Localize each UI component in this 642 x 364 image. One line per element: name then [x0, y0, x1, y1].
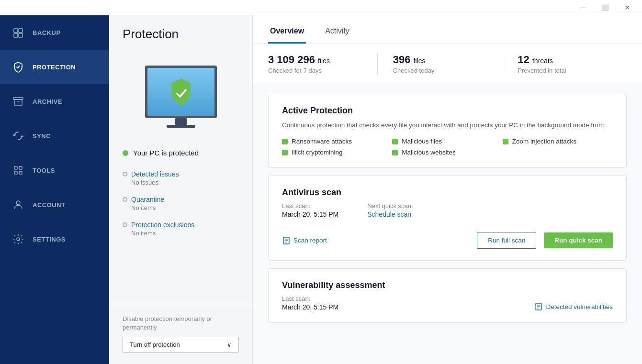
monitor-svg — [138, 61, 224, 137]
content-area: Protection — [109, 15, 642, 364]
svg-rect-9 — [19, 171, 22, 174]
vuln-last-scan-value: March 20, 5:15 PM — [282, 303, 338, 311]
svg-rect-6 — [14, 166, 17, 169]
feature-malicious-files: Malicious files — [392, 138, 502, 145]
sidebar-item-settings[interactable]: Settings — [0, 222, 109, 256]
tabs-bar: Overview Activity — [253, 15, 642, 44]
protection-features: Ransomware attacks Malicious files Zoom … — [282, 138, 613, 156]
stat-today-number: 396 files — [393, 54, 487, 66]
close-button[interactable]: ✕ — [616, 0, 638, 15]
stats-row: 3 109 296 files Checked for 7 days 396 f… — [253, 44, 642, 84]
stat-7days-number: 3 109 296 files — [268, 54, 362, 66]
sidebar-item-sync-label: Sync — [33, 132, 98, 140]
feature-dot-ransomware — [282, 139, 288, 144]
next-scan-label: Next quick scan: — [367, 202, 413, 210]
svg-rect-5 — [14, 99, 22, 105]
schedule-scan-link[interactable]: Schedule scan — [367, 210, 413, 218]
stat-today: 396 files Checked today — [377, 54, 502, 74]
maximize-button[interactable]: ⬜ — [594, 0, 616, 15]
feature-label-cryptomining: Illicit cryptomining — [292, 149, 343, 156]
minimize-button[interactable]: — — [572, 0, 594, 15]
app-body: Backup Protection Archive — [0, 15, 642, 364]
svg-rect-7 — [19, 166, 22, 169]
quarantine-link[interactable]: Quarantine — [131, 196, 164, 203]
protection-exclusions-link[interactable]: Protection exclusions — [131, 221, 194, 229]
sidebar-item-settings-label: Settings — [33, 236, 98, 243]
sync-icon — [11, 129, 25, 143]
tab-overview[interactable]: Overview — [268, 27, 306, 44]
detected-issues-link[interactable]: Detected issues — [131, 170, 179, 178]
issue-quarantine: Quarantine No items — [123, 196, 239, 211]
issue-exclusions: Protection exclusions No items — [123, 221, 239, 237]
vuln-row: Last scan: March 20, 5:15 PM Detected vu… — [282, 295, 613, 311]
svg-rect-3 — [19, 33, 23, 37]
stat-threats: 12 threats Prevented in total — [502, 54, 627, 74]
detected-issues-sub: No issues — [123, 179, 239, 186]
svg-rect-16 — [167, 125, 195, 128]
svg-point-11 — [17, 238, 20, 241]
protection-icon — [11, 60, 25, 74]
sidebar-item-protection-label: Protection — [33, 64, 98, 71]
turnoff-chevron: ∨ — [227, 341, 232, 348]
feature-dot-malicious-files — [392, 139, 398, 144]
scan-info-row: Last scan: March 20, 5:15 PM Next quick … — [282, 202, 613, 218]
status-text: Your PC is protected — [133, 149, 199, 157]
turnoff-protection-button[interactable]: Turn off protection ∨ — [123, 337, 239, 353]
active-protection-title: Active Protection — [282, 106, 613, 116]
antivirus-scan-card: Antivirus scan Last scan: March 20, 5:15… — [268, 176, 627, 261]
last-scan-label: Last scan: — [282, 202, 338, 210]
svg-rect-8 — [14, 171, 17, 174]
issue-dot-quarantine — [123, 197, 127, 202]
stat-7days: 3 109 296 files Checked for 7 days — [268, 54, 377, 74]
next-scan-block: Next quick scan: Schedule scan — [367, 202, 413, 218]
protection-panel-title: Protection — [109, 15, 252, 51]
pc-illustration — [109, 51, 252, 149]
feature-dot-zoom — [503, 139, 508, 144]
sidebar-item-backup-label: Backup — [33, 29, 98, 36]
sidebar-item-archive-label: Archive — [33, 98, 98, 105]
detected-vulnerabilities-link[interactable]: Detected vulnerabilities — [534, 302, 613, 311]
tools-icon — [11, 164, 25, 177]
stat-threats-label: Prevented in total — [518, 67, 611, 74]
sidebar-item-archive[interactable]: Archive — [0, 84, 109, 119]
last-scan-value: March 20, 5:15 PM — [282, 210, 338, 218]
vulnerability-card: Vulnerability assessment Last scan: Marc… — [268, 268, 627, 323]
vulnerabilities-icon — [534, 302, 543, 311]
sidebar-item-backup[interactable]: Backup — [0, 15, 109, 50]
run-full-scan-button[interactable]: Run full scan — [477, 232, 536, 249]
svg-rect-0 — [14, 29, 18, 33]
backup-icon — [11, 26, 25, 39]
status-line: Your PC is protected — [109, 149, 252, 170]
cards-area: Active Protection Continuous protection … — [253, 84, 642, 364]
sidebar-item-protection[interactable]: Protection — [0, 50, 109, 84]
svg-rect-2 — [14, 33, 18, 37]
titlebar: — ⬜ ✕ — [0, 0, 642, 15]
feature-dot-malicious-websites — [392, 150, 398, 155]
turnoff-label: Turn off protection — [130, 341, 180, 348]
disable-text: Disable protection temporarily or perman… — [123, 315, 239, 332]
account-icon — [11, 198, 25, 211]
sidebar: Backup Protection Archive — [0, 15, 109, 364]
scan-report-icon — [282, 236, 291, 245]
run-quick-scan-button[interactable]: Run quick scan — [544, 232, 613, 248]
feature-label-malicious-files: Malicious files — [402, 138, 442, 145]
feature-cryptomining: Illicit cryptomining — [282, 149, 392, 156]
stat-threats-number: 12 threats — [518, 54, 611, 66]
quarantine-sub: No items — [123, 204, 239, 211]
feature-dot-cryptomining — [282, 150, 288, 155]
sidebar-item-sync[interactable]: Sync — [0, 119, 109, 153]
settings-icon — [11, 232, 25, 246]
active-protection-desc: Continuous protection that checks every … — [282, 121, 608, 130]
scan-actions: Scan report Run full scan Run quick scan — [282, 228, 613, 249]
sidebar-item-account[interactable]: Account — [0, 188, 109, 222]
svg-point-10 — [16, 201, 20, 205]
disable-section: Disable protection temporarily or perman… — [109, 305, 252, 364]
sidebar-item-tools[interactable]: Tools — [0, 153, 109, 188]
feature-ransomware: Ransomware attacks — [282, 138, 392, 145]
svg-rect-15 — [175, 118, 187, 125]
issue-dot-exclusions — [123, 222, 127, 227]
svg-rect-1 — [19, 29, 23, 33]
tab-activity[interactable]: Activity — [323, 27, 351, 44]
exclusions-sub: No items — [123, 230, 239, 237]
scan-report-link[interactable]: Scan report — [282, 236, 469, 245]
